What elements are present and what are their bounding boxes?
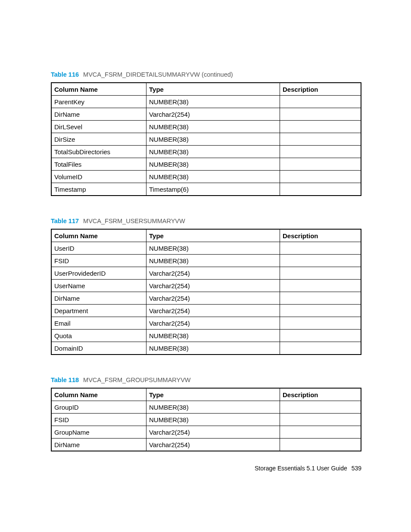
cell: Varchar2(254): [146, 108, 280, 121]
cell: FSID: [52, 414, 146, 426]
cell: [280, 96, 361, 108]
cell: [280, 242, 361, 255]
cell: [280, 317, 361, 330]
cell: DirName: [52, 439, 146, 451]
cell: NUMBER(38): [146, 242, 280, 255]
cell: UserID: [52, 242, 146, 255]
cell: Timestamp: [52, 183, 146, 196]
table-row: GroupIDNUMBER(38): [52, 401, 361, 414]
cell: NUMBER(38): [146, 158, 280, 171]
cell: [280, 342, 361, 355]
table-row: DirLSevelNUMBER(38): [52, 121, 361, 133]
table-row: DirNameVarchar2(254): [52, 108, 361, 121]
cell: GroupName: [52, 426, 146, 439]
cell: Varchar2(254): [146, 267, 280, 280]
table-row: ParentKeyNUMBER(38): [52, 96, 361, 108]
table-117: Column Name Type Description UserIDNUMBE…: [51, 229, 361, 355]
table-row: TotalFilesNUMBER(38): [52, 158, 361, 171]
table-row: GroupNameVarchar2(254): [52, 426, 361, 439]
table-row: FSIDNUMBER(38): [52, 414, 361, 426]
col-header: Type: [146, 389, 280, 401]
cell: UserProvidederID: [52, 267, 146, 280]
col-header: Type: [146, 83, 280, 96]
table-row: DepartmentVarchar2(254): [52, 305, 361, 317]
cell: Varchar2(254): [146, 280, 280, 292]
cell: ParentKey: [52, 96, 146, 108]
table-number: Table 118: [51, 376, 79, 383]
table-row: UserNameVarchar2(254): [52, 280, 361, 292]
cell: [280, 183, 361, 196]
col-header: Column Name: [52, 389, 146, 401]
cell: [280, 108, 361, 121]
cell: [280, 158, 361, 171]
cell: TotalFiles: [52, 158, 146, 171]
table-number: Table 116: [51, 71, 79, 78]
col-header: Description: [280, 83, 361, 96]
table-row: DirNameVarchar2(254): [52, 439, 361, 451]
cell: [280, 280, 361, 292]
cell: [280, 330, 361, 342]
cell: [280, 414, 361, 426]
table-caption: Table 117 MVCA_FSRM_USERSUMMARYVW: [51, 218, 361, 224]
col-header: Type: [146, 230, 280, 242]
cell: [280, 121, 361, 133]
table-header-row: Column Name Type Description: [52, 230, 361, 242]
cell: DirName: [52, 108, 146, 121]
cell: Quota: [52, 330, 146, 342]
table-row: DirNameVarchar2(254): [52, 292, 361, 305]
table-caption: Table 116 MVCA_FSRM_DIRDETAILSUMMARYVW (…: [51, 71, 361, 78]
cell: NUMBER(38): [146, 146, 280, 158]
page-number: 539: [352, 465, 361, 472]
cell: NUMBER(38): [146, 96, 280, 108]
cell: [280, 305, 361, 317]
table-title: MVCA_FSRM_DIRDETAILSUMMARYVW (continued): [83, 71, 233, 78]
cell: [280, 401, 361, 414]
cell: Varchar2(254): [146, 305, 280, 317]
cell: NUMBER(38): [146, 330, 280, 342]
cell: NUMBER(38): [146, 401, 280, 414]
cell: Varchar2(254): [146, 292, 280, 305]
cell: NUMBER(38): [146, 414, 280, 426]
table-row: DirSizeNUMBER(38): [52, 133, 361, 146]
cell: DirLSevel: [52, 121, 146, 133]
cell: NUMBER(38): [146, 342, 280, 355]
col-header: Column Name: [52, 230, 146, 242]
table-header-row: Column Name Type Description: [52, 83, 361, 96]
cell: NUMBER(38): [146, 121, 280, 133]
table-row: DomainIDNUMBER(38): [52, 342, 361, 355]
cell: NUMBER(38): [146, 133, 280, 146]
page-footer: Storage Essentials 5.1 User Guide 539: [255, 465, 361, 472]
cell: TotalSubDirectories: [52, 146, 146, 158]
cell: [280, 146, 361, 158]
cell: [280, 133, 361, 146]
cell: FSID: [52, 255, 146, 267]
table-title: MVCA_FSRM_GROUPSUMMARYVW: [83, 376, 190, 383]
cell: [280, 267, 361, 280]
cell: Department: [52, 305, 146, 317]
page-content: Table 116 MVCA_FSRM_DIRDETAILSUMMARYVW (…: [0, 0, 411, 451]
cell: DomainID: [52, 342, 146, 355]
table-row: UserProvidederIDVarchar2(254): [52, 267, 361, 280]
cell: VolumeID: [52, 171, 146, 183]
table-caption: Table 118 MVCA_FSRM_GROUPSUMMARYVW: [51, 376, 361, 383]
cell: Email: [52, 317, 146, 330]
cell: Varchar2(254): [146, 317, 280, 330]
doc-title: Storage Essentials 5.1 User Guide: [255, 465, 347, 472]
cell: NUMBER(38): [146, 255, 280, 267]
cell: [280, 439, 361, 451]
cell: NUMBER(38): [146, 171, 280, 183]
cell: [280, 255, 361, 267]
table-header-row: Column Name Type Description: [52, 389, 361, 401]
cell: Varchar2(254): [146, 426, 280, 439]
cell: GroupID: [52, 401, 146, 414]
col-header: Description: [280, 389, 361, 401]
table-row: EmailVarchar2(254): [52, 317, 361, 330]
table-title: MVCA_FSRM_USERSUMMARYVW: [83, 218, 185, 224]
col-header: Column Name: [52, 83, 146, 96]
table-row: TimestampTimestamp(6): [52, 183, 361, 196]
cell: DirSize: [52, 133, 146, 146]
cell: UserName: [52, 280, 146, 292]
cell: [280, 292, 361, 305]
cell: Timestamp(6): [146, 183, 280, 196]
cell: [280, 171, 361, 183]
